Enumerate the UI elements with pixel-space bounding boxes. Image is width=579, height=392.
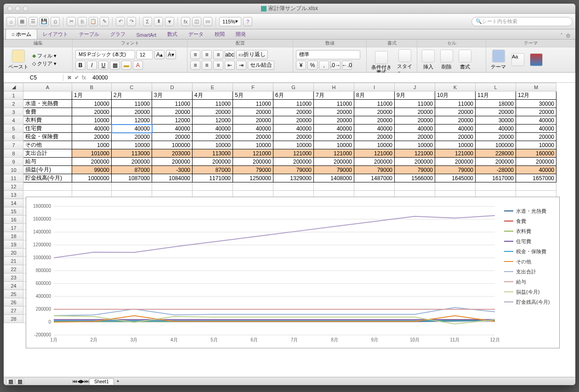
cell[interactable]: 113000: [193, 149, 233, 158]
tab-home[interactable]: ⌂ ホーム: [6, 29, 37, 39]
cell[interactable]: [516, 182, 556, 191]
cell[interactable]: 200000: [395, 158, 435, 166]
cell[interactable]: [23, 182, 72, 191]
cell[interactable]: 20000: [193, 108, 233, 116]
cell[interactable]: 10000: [112, 141, 152, 149]
increase-font-icon[interactable]: A▴: [154, 50, 165, 59]
cell[interactable]: 121000: [314, 149, 354, 158]
cell[interactable]: -3000: [152, 166, 193, 174]
row-header[interactable]: 5: [4, 125, 23, 133]
copy-icon[interactable]: ⎘: [78, 17, 87, 26]
collapse-ribbon-icon[interactable]: ˄: [560, 33, 563, 39]
cell[interactable]: 121000: [233, 149, 273, 158]
align-bot-icon[interactable]: ≡: [213, 50, 223, 59]
cell[interactable]: 1408000: [314, 174, 354, 182]
view-normal-icon[interactable]: ▦: [6, 378, 15, 385]
row-header[interactable]: 10: [4, 166, 23, 174]
row-header[interactable]: 14: [4, 199, 23, 207]
nav-next-icon[interactable]: ▶: [81, 379, 85, 384]
cell[interactable]: 10000: [233, 141, 273, 149]
cell[interactable]: 1657000: [516, 174, 556, 182]
bold-button[interactable]: B: [75, 61, 85, 70]
cell[interactable]: 40000: [112, 125, 152, 133]
row-header[interactable]: 7: [4, 141, 23, 149]
border-button[interactable]: ▦: [110, 61, 120, 70]
formula-input[interactable]: 40000: [90, 74, 575, 81]
cell[interactable]: 12000: [112, 116, 152, 125]
cell[interactable]: 10000: [72, 100, 112, 108]
cell[interactable]: 40000: [516, 116, 556, 125]
row-header[interactable]: 20: [4, 249, 23, 257]
confirm-fx-icon[interactable]: ✔: [74, 74, 79, 81]
cond-format-button[interactable]: 条件付き 書式: [369, 50, 393, 76]
cell[interactable]: 121000: [273, 149, 314, 158]
cell[interactable]: 200000: [72, 158, 112, 166]
cell[interactable]: 40000: [476, 125, 516, 133]
font-size-select[interactable]: 12: [136, 50, 153, 59]
align-top-icon[interactable]: ≡: [190, 50, 200, 59]
theme-color-button[interactable]: [528, 52, 545, 67]
col-header[interactable]: F: [233, 83, 273, 91]
cell[interactable]: 20000: [193, 133, 233, 141]
col-header[interactable]: D: [152, 83, 193, 91]
cell[interactable]: 1329000: [273, 174, 314, 182]
fx-icon[interactable]: fx: [82, 74, 86, 81]
cell[interactable]: 20000: [354, 116, 395, 125]
cell[interactable]: 40000: [233, 125, 273, 133]
cell[interactable]: 20000: [516, 108, 556, 116]
indent-dec-icon[interactable]: ⇤: [225, 61, 235, 70]
settings-icon[interactable]: ⚙: [566, 33, 571, 39]
cut-icon[interactable]: ✂: [67, 17, 76, 26]
cell[interactable]: 203000: [152, 149, 193, 158]
cell[interactable]: 30000: [516, 100, 556, 108]
cell[interactable]: 20000: [314, 116, 354, 125]
cell[interactable]: 20000: [435, 116, 476, 125]
cell[interactable]: 1617000: [476, 174, 516, 182]
row-header[interactable]: 11: [4, 174, 23, 182]
tab-review[interactable]: 校閲: [209, 29, 230, 39]
cell[interactable]: 40000: [314, 125, 354, 133]
cell[interactable]: -28000: [476, 166, 516, 174]
col-header[interactable]: C: [112, 83, 152, 91]
dec-dec-icon[interactable]: ←.0: [342, 61, 352, 70]
cell[interactable]: 200000: [516, 158, 556, 166]
cell[interactable]: 40000: [395, 125, 435, 133]
col-header[interactable]: I: [354, 83, 395, 91]
cell[interactable]: 20000: [476, 108, 516, 116]
cell[interactable]: 20000: [354, 108, 395, 116]
zoom-icon[interactable]: [23, 6, 28, 11]
cell[interactable]: 12000: [193, 116, 233, 125]
cell[interactable]: 11000: [193, 100, 233, 108]
row-header[interactable]: 21: [4, 257, 23, 265]
fill-button[interactable]: フィル: [37, 52, 52, 59]
cell[interactable]: 10000: [72, 116, 112, 125]
paste-icon[interactable]: 📋: [89, 17, 98, 26]
cell[interactable]: 200000: [273, 158, 314, 166]
row-header[interactable]: 12: [4, 182, 23, 191]
orientation-icon[interactable]: abc: [225, 50, 235, 59]
cell[interactable]: 200000: [354, 158, 395, 166]
cell[interactable]: 200000: [435, 158, 476, 166]
tab-smartart[interactable]: SmartArt: [131, 31, 162, 39]
cell[interactable]: [314, 182, 354, 191]
cell[interactable]: 79000: [273, 166, 314, 174]
cell[interactable]: 40000: [72, 125, 112, 133]
row-header[interactable]: 4: [4, 116, 23, 125]
cell[interactable]: 101000: [72, 149, 112, 158]
cell[interactable]: 40000: [152, 125, 193, 133]
search-input[interactable]: 🔍 シート内を検索: [471, 17, 573, 26]
cell[interactable]: 100000: [476, 141, 516, 149]
nav-last-icon[interactable]: ⏭: [85, 379, 89, 384]
row-header[interactable]: 17: [4, 224, 23, 232]
cell[interactable]: 20000: [112, 133, 152, 141]
cell[interactable]: 20000: [112, 108, 152, 116]
row-header[interactable]: 13: [4, 191, 23, 199]
cell[interactable]: 200000: [233, 158, 273, 166]
comma-icon[interactable]: ,: [319, 61, 329, 70]
format-painter-icon[interactable]: ✎: [100, 17, 109, 26]
row-header[interactable]: 2: [4, 100, 23, 108]
cell[interactable]: 20000: [273, 133, 314, 141]
col-header[interactable]: M: [516, 83, 556, 91]
paste-button[interactable]: ペースト: [6, 49, 30, 71]
cell[interactable]: 20000: [233, 133, 273, 141]
